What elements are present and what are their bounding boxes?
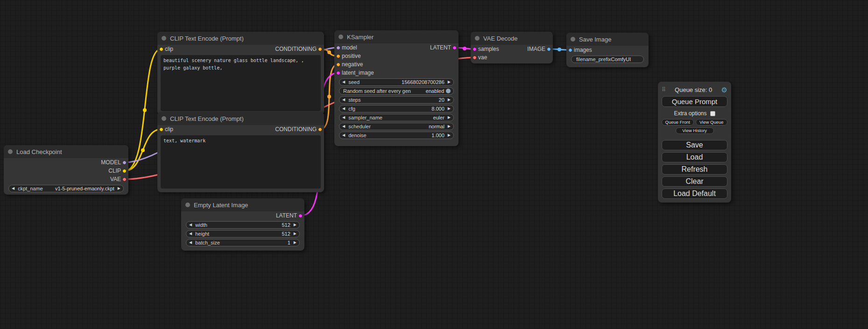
widget-name: sampler_name [348,115,382,120]
widget-width[interactable]: ◀ width 512 ▶ [186,221,300,229]
toggle-knob-icon[interactable] [446,89,451,93]
output-port-latent[interactable] [452,46,457,50]
input-port-negative[interactable] [336,63,340,67]
refresh-button[interactable]: Refresh [662,164,727,175]
widget-denoise[interactable]: ◀ denoise 1.000 ▶ [339,132,454,139]
increment-arrow-icon[interactable]: ▶ [448,133,451,137]
increment-arrow-icon[interactable]: ▶ [118,187,120,190]
extra-options-checkbox[interactable] [710,111,715,116]
widget-height[interactable]: ◀ height 512 ▶ [186,230,300,238]
node-clip-text-encode-negative[interactable]: CLIP Text Encode (Prompt) clip CONDITION… [157,112,324,192]
decrement-arrow-icon[interactable]: ◀ [342,98,345,102]
collapse-dot-icon[interactable] [475,36,480,41]
node-title: Save Image [579,36,611,43]
output-port-conditioning[interactable] [318,127,322,132]
output-port-image[interactable] [547,47,551,51]
increment-arrow-icon[interactable]: ▶ [448,125,451,128]
collapse-dot-icon[interactable] [185,203,190,207]
widget-seed[interactable]: ◀ seed 156680208700286 ▶ [339,78,454,86]
node-vae-decode[interactable]: VAE Decode samples IMAGE vae [471,32,553,63]
increment-arrow-icon[interactable]: ▶ [448,80,451,84]
widget-name: Random seed after every gen [343,88,411,94]
output-port-vae[interactable] [122,177,127,182]
node-title-bar[interactable]: KSampler [334,30,459,43]
collapse-dot-icon[interactable] [8,149,13,154]
collapse-dot-icon[interactable] [339,35,343,39]
node-title-bar[interactable]: Load Checkpoint [4,145,128,158]
clear-button[interactable]: Clear [662,176,727,187]
input-port-clip[interactable] [159,47,163,51]
input-port-positive[interactable] [336,54,340,58]
widget-ckpt-name[interactable]: ◀ ckpt_name v1-5-pruned-emaonly.ckpt ▶ [8,185,124,192]
widget-value: normal [429,124,445,129]
output-label-model: MODEL [101,159,121,166]
negative-prompt-textarea[interactable]: text, watermark [161,135,321,189]
widget-random-seed-toggle[interactable]: Random seed after every gen enabled [339,87,454,95]
output-port-latent[interactable] [298,214,303,218]
decrement-arrow-icon[interactable]: ◀ [342,107,345,111]
node-load-checkpoint[interactable]: Load Checkpoint MODEL CLIP VAE ◀ ckpt_na… [4,145,128,195]
node-clip-text-encode-positive[interactable]: CLIP Text Encode (Prompt) clip CONDITION… [157,32,324,115]
view-history-button[interactable]: View History [676,127,714,134]
input-port-clip[interactable] [159,127,163,132]
decrement-arrow-icon[interactable]: ◀ [189,241,192,245]
widget-steps[interactable]: ◀ steps 20 ▶ [339,96,454,104]
node-title-bar[interactable]: VAE Decode [471,32,553,45]
node-ksampler[interactable]: KSampler model LATENT positive negative … [334,30,459,146]
node-title-bar[interactable]: Empty Latent Image [181,198,304,211]
view-queue-button[interactable]: View Queue [696,119,728,126]
settings-gear-icon[interactable]: ⚙ [721,86,727,93]
input-port-images[interactable] [568,48,572,52]
decrement-arrow-icon[interactable]: ◀ [342,125,345,128]
input-port-vae[interactable] [473,56,477,60]
queue-prompt-button[interactable]: Queue Prompt [662,96,727,107]
node-graph-canvas[interactable]: Load Checkpoint MODEL CLIP VAE ◀ ckpt_na… [0,0,868,329]
decrement-arrow-icon[interactable]: ◀ [342,80,345,84]
load-default-button[interactable]: Load Default [662,189,727,199]
node-title-bar[interactable]: CLIP Text Encode (Prompt) [157,32,324,45]
output-port-conditioning[interactable] [318,47,322,51]
input-port-model[interactable] [336,46,340,50]
queue-front-button[interactable]: Queue Front [662,119,694,126]
load-button[interactable]: Load [662,152,727,162]
output-label-vae: VAE [110,176,121,182]
widget-batch-size[interactable]: ◀ batch_size 1 ▶ [186,239,300,246]
positive-prompt-textarea[interactable]: beautiful scenery nature glass bottle la… [161,55,321,111]
decrement-arrow-icon[interactable]: ◀ [342,116,345,119]
output-label-conditioning: CONDITIONING [275,46,317,52]
widget-sampler-name[interactable]: ◀ sampler_name euler ▶ [339,114,454,121]
widget-value: 8.000 [431,106,445,112]
output-label-image: IMAGE [527,46,545,52]
link-clip-to-positive-prompt[interactable] [125,49,161,171]
widget-cfg[interactable]: ◀ cfg 8.000 ▶ [339,105,454,112]
input-label-vae: vae [478,54,487,61]
drag-handle-icon[interactable]: ⠿ [662,86,666,93]
save-button[interactable]: Save [662,140,727,150]
widget-filename-prefix[interactable]: filename_prefix ComfyUI [571,56,644,63]
increment-arrow-icon[interactable]: ▶ [448,107,451,111]
output-port-model[interactable] [122,161,127,165]
widget-value: 1 [288,240,290,245]
node-empty-latent-image[interactable]: Empty Latent Image LATENT ◀ width 512 ▶ … [181,198,304,251]
decrement-arrow-icon[interactable]: ◀ [12,187,14,190]
increment-arrow-icon[interactable]: ▶ [448,116,451,119]
input-port-samples[interactable] [473,47,477,51]
widget-value: 512 [282,231,290,237]
decrement-arrow-icon[interactable]: ◀ [342,133,345,137]
input-port-latent-image[interactable] [336,71,340,75]
widget-scheduler[interactable]: ◀ scheduler normal ▶ [339,123,454,130]
collapse-dot-icon[interactable] [162,36,166,41]
output-port-clip[interactable] [122,169,127,173]
decrement-arrow-icon[interactable]: ◀ [189,232,192,236]
node-save-image[interactable]: Save Image images filename_prefix ComfyU… [566,33,649,67]
node-title-bar[interactable]: Save Image [566,33,649,46]
queue-panel: ⠿ Queue size: 0 ⚙ Queue Prompt Extra opt… [658,82,731,203]
decrement-arrow-icon[interactable]: ◀ [189,223,192,227]
increment-arrow-icon[interactable]: ▶ [294,232,296,236]
increment-arrow-icon[interactable]: ▶ [294,241,296,245]
increment-arrow-icon[interactable]: ▶ [294,223,296,227]
node-title-bar[interactable]: CLIP Text Encode (Prompt) [157,112,324,125]
increment-arrow-icon[interactable]: ▶ [448,98,451,102]
collapse-dot-icon[interactable] [571,37,575,42]
collapse-dot-icon[interactable] [162,116,166,121]
